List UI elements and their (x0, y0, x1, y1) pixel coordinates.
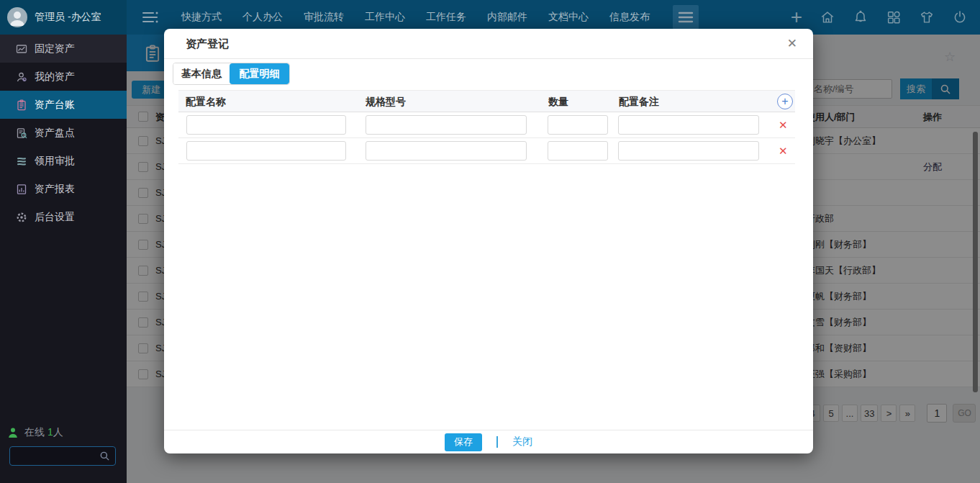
close-icon[interactable]: ✕ (787, 37, 797, 51)
sidebar-item-label: 资产盘点 (35, 127, 75, 140)
delete-row-icon[interactable]: ✕ (779, 145, 788, 158)
avatar[interactable] (7, 7, 27, 27)
nav-item-document-center[interactable]: 文档中心 (548, 11, 589, 24)
sidebar-item-backend-settings[interactable]: 后台设置 (0, 203, 127, 231)
delete-row-icon[interactable]: ✕ (779, 119, 788, 132)
config-remark-header: 配置备注 (619, 91, 659, 113)
sidebar-item-asset-ledger[interactable]: 资产台账 (0, 91, 127, 119)
sidebar-item-asset-inventory[interactable]: 资产盘点 (0, 119, 127, 147)
nav-item-internal-mail[interactable]: 内部邮件 (487, 11, 527, 24)
config-remark-input-1[interactable] (618, 115, 759, 135)
asset-ledger-icon (16, 99, 27, 111)
online-unit: 人 (53, 426, 63, 438)
config-name-header: 配置名称 (186, 91, 226, 113)
config-name-input-1[interactable] (186, 115, 346, 135)
apps-grid-icon[interactable] (886, 9, 902, 25)
sidebar-item-fixed-assets[interactable]: 固定资产 (0, 35, 127, 63)
config-remark-input-2[interactable] (618, 141, 759, 161)
menu-collapse-icon[interactable] (141, 10, 161, 24)
config-name-input-2[interactable] (186, 141, 346, 161)
theme-shirt-icon[interactable] (919, 9, 935, 25)
sidebar-item-requisition-approval[interactable]: 领用审批 (0, 147, 127, 175)
nav-item-work-tasks[interactable]: 工作任务 (426, 11, 466, 24)
asset-register-modal: 资产登记 ✕ 基本信息 配置明细 配置名称 规格型号 数量 配置备注 + ✕ ✕… (164, 29, 813, 453)
modal-footer: 保存 关闭 (164, 430, 813, 453)
spec-model-input-1[interactable] (366, 115, 527, 135)
close-button[interactable]: 关闭 (512, 435, 532, 448)
fixed-assets-icon (16, 43, 27, 55)
sidebar-item-label: 后台设置 (35, 211, 75, 224)
sidebar-item-label: 我的资产 (35, 71, 75, 83)
modal-tabs: 基本信息 配置明细 (173, 63, 290, 85)
sidebar-item-asset-reports[interactable]: 资产报表 (0, 175, 127, 203)
quantity-input-2[interactable] (548, 141, 608, 161)
my-assets-icon (16, 71, 27, 83)
online-label: 在线 (24, 426, 45, 438)
add-icon[interactable]: + (791, 9, 802, 25)
sidebar: 固定资产 我的资产 资产台账 资产盘点 领用审批 资产报表 (0, 35, 127, 483)
spec-model-header: 规格型号 (366, 91, 406, 113)
quantity-input-1[interactable] (548, 115, 608, 135)
hamburger-menu-button[interactable] (673, 5, 699, 30)
topbar-user-area: 管理员 -办公室 (0, 0, 127, 35)
sidebar-search-box (9, 446, 116, 466)
footer-divider (496, 436, 498, 448)
tab-config-detail[interactable]: 配置明细 (230, 63, 289, 84)
power-logout-icon[interactable] (952, 9, 968, 25)
save-button[interactable]: 保存 (445, 433, 482, 451)
user-silhouette-icon (7, 7, 27, 27)
notification-bell-icon[interactable] (853, 9, 868, 25)
nav-item-work-center[interactable]: 工作中心 (365, 11, 405, 24)
modal-title: 资产登记 (186, 29, 229, 59)
add-row-icon[interactable]: + (777, 94, 793, 109)
sidebar-item-label: 资产台账 (35, 99, 75, 112)
sidebar-item-label: 领用审批 (35, 155, 75, 168)
nav-item-approval-flow[interactable]: 审批流转 (304, 11, 344, 24)
sidebar-item-label: 固定资产 (35, 42, 75, 55)
requisition-approval-icon (16, 155, 27, 167)
quantity-header: 数量 (548, 91, 568, 113)
config-row-1: ✕ (178, 112, 795, 138)
asset-inventory-icon (16, 127, 27, 139)
spec-model-input-2[interactable] (366, 141, 527, 161)
config-row-2: ✕ (178, 138, 795, 164)
sidebar-item-label: 资产报表 (35, 183, 75, 196)
nav-item-personal-office[interactable]: 个人办公 (242, 11, 283, 24)
nav-item-shortcuts[interactable]: 快捷方式 (181, 11, 222, 24)
sidebar-search-input[interactable] (10, 451, 99, 461)
modal-header: 资产登记 ✕ (164, 29, 813, 59)
search-icon[interactable] (99, 451, 110, 461)
online-status: 在线 1人 (7, 426, 63, 439)
sidebar-item-my-assets[interactable]: 我的资产 (0, 63, 127, 91)
topbar-icons: + (791, 0, 968, 35)
hamburger-icon (678, 11, 694, 24)
online-count: 1 (47, 426, 53, 438)
user-name: 管理员 -办公室 (35, 11, 101, 24)
home-icon[interactable] (820, 9, 835, 25)
tab-basic-info[interactable]: 基本信息 (173, 63, 230, 84)
online-user-icon (7, 427, 19, 438)
settings-gear-icon (16, 212, 27, 223)
nav-item-info-publish[interactable]: 信息发布 (609, 11, 650, 24)
config-table-header: 配置名称 规格型号 数量 配置备注 + (178, 90, 795, 112)
asset-reports-icon (16, 184, 27, 195)
